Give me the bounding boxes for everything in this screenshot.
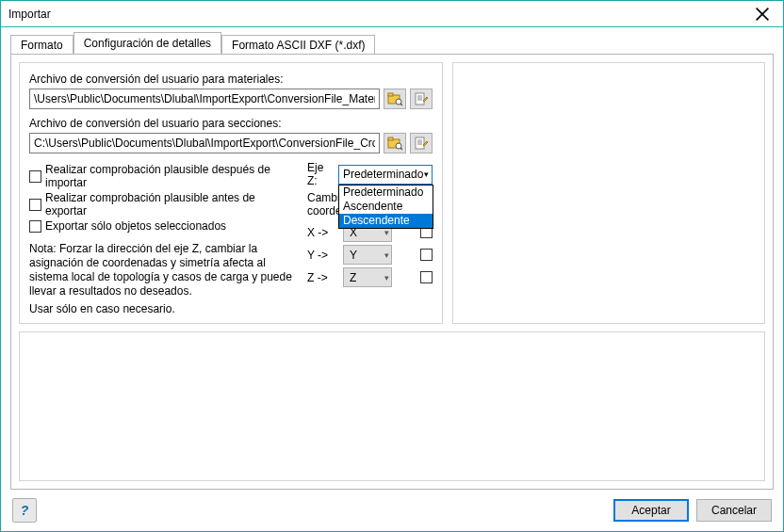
browse-icon: [387, 136, 402, 151]
svg-rect-3: [388, 93, 393, 96]
content-area: Formato Configuración de detalles Format…: [1, 27, 783, 490]
eje-z-row: Eje Z: Predeterminado ▾ Predeterminado A…: [307, 161, 433, 187]
svg-rect-15: [416, 137, 424, 149]
coord-z-value: Z: [350, 271, 356, 284]
svg-line-14: [400, 148, 402, 150]
coord-z-select[interactable]: Z ▾: [343, 267, 392, 287]
coord-y-value: Y: [350, 249, 357, 262]
check-before-export-checkbox[interactable]: [29, 199, 41, 211]
browse-icon: [387, 91, 402, 106]
tab-label: Formato ASCII DXF (*.dxf): [232, 39, 365, 52]
sections-path-input[interactable]: [29, 133, 380, 153]
check-after-import-label: Realizar comprobación plausible después …: [45, 163, 298, 189]
check-before-export-row[interactable]: Realizar comprobación plausible antes de…: [29, 191, 298, 218]
coord-x-label: X ->: [307, 226, 337, 239]
settings-group: Archivo de conversión del usuario para m…: [19, 62, 443, 324]
cancel-button[interactable]: Cancelar: [696, 499, 772, 522]
bottom-group: [19, 331, 765, 481]
materials-path-row: [29, 89, 433, 109]
right-column: Eje Z: Predeterminado ▾ Predeterminado A…: [298, 161, 433, 316]
chevron-down-icon: ▾: [384, 250, 389, 260]
ok-button[interactable]: Aceptar: [613, 499, 689, 522]
eje-z-select[interactable]: Predeterminado ▾ Predeterminado Ascenden…: [338, 165, 433, 185]
close-button[interactable]: [742, 1, 783, 26]
titlebar: Importar: [1, 1, 783, 27]
footer: ? Aceptar Cancelar: [1, 490, 783, 531]
cancel-label: Cancelar: [711, 504, 757, 517]
left-column: Realizar comprobación plausible después …: [29, 161, 298, 316]
tab-panel: Archivo de conversión del usuario para m…: [10, 54, 774, 490]
sections-edit-button[interactable]: [410, 133, 433, 153]
eje-z-dropdown: Predeterminado Ascendente Descendente: [338, 185, 433, 229]
chevron-down-icon: ▾: [423, 169, 430, 179]
check-before-export-label: Realizar comprobación plausible antes de…: [45, 191, 298, 218]
chevron-down-icon: ▾: [384, 273, 389, 282]
eje-z-value: Predeterminado: [343, 168, 423, 181]
export-selected-row[interactable]: Exportar sólo objetos seleccionados: [29, 219, 298, 233]
edit-icon: [414, 91, 429, 106]
force-z-note: Nota: Forzar la dirección del eje Z, cam…: [29, 242, 298, 298]
ok-label: Aceptar: [631, 504, 670, 517]
coord-z-label: Z ->: [307, 271, 337, 284]
tab-strip: Formato Configuración de detalles Format…: [10, 33, 774, 54]
sections-path-row: [29, 133, 433, 153]
check-after-import-row[interactable]: Realizar comprobación plausible después …: [29, 163, 298, 189]
top-row: Archivo de conversión del usuario para m…: [19, 62, 765, 324]
help-icon: ?: [21, 503, 29, 518]
import-dialog: Importar Formato Configuración de detall…: [0, 0, 784, 532]
chevron-down-icon: ▾: [384, 228, 389, 237]
sections-browse-button[interactable]: [384, 133, 406, 153]
coord-y-select[interactable]: Y ▾: [343, 245, 392, 265]
coord-z-mirror-checkbox[interactable]: [420, 271, 433, 283]
materials-path-input[interactable]: [29, 89, 380, 109]
preview-group: [452, 62, 765, 324]
edit-icon: [414, 136, 429, 151]
sections-conversion-label: Archivo de conversión del usuario para s…: [29, 117, 433, 130]
eje-z-option-predeterminado[interactable]: Predeterminado: [339, 185, 433, 200]
use-only-necessary-note: Usar sólo en caso necesario.: [29, 302, 298, 316]
coord-row-z: Z -> Z ▾: [307, 267, 433, 287]
tab-label: Configuración de detalles: [84, 37, 211, 50]
export-selected-label: Exportar sólo objetos seleccionados: [45, 219, 226, 233]
help-button[interactable]: ?: [12, 498, 37, 523]
close-icon: [755, 7, 770, 22]
tab-formato-ascii-dxf[interactable]: Formato ASCII DXF (*.dxf): [221, 35, 375, 55]
svg-rect-6: [416, 93, 424, 105]
materials-browse-button[interactable]: [384, 89, 406, 109]
tab-formato[interactable]: Formato: [10, 35, 74, 55]
materials-conversion-label: Archivo de conversión del usuario para m…: [29, 73, 433, 86]
window-title: Importar: [8, 8, 51, 21]
two-column-area: Realizar comprobación plausible después …: [29, 161, 433, 316]
materials-edit-button[interactable]: [410, 89, 433, 109]
check-after-import-checkbox[interactable]: [29, 170, 41, 183]
svg-line-5: [400, 104, 402, 105]
tab-configuracion-detalles[interactable]: Configuración de detalles: [74, 32, 221, 54]
eje-z-label: Eje Z:: [307, 161, 333, 187]
tab-label: Formato: [21, 39, 63, 52]
eje-z-option-descendente[interactable]: Descendente: [339, 214, 433, 228]
coord-row-y: Y -> Y ▾: [307, 245, 433, 265]
coord-y-mirror-checkbox[interactable]: [420, 249, 433, 261]
export-selected-checkbox[interactable]: [29, 220, 41, 233]
svg-rect-12: [388, 137, 393, 140]
coord-y-label: Y ->: [307, 249, 337, 262]
eje-z-option-ascendente[interactable]: Ascendente: [339, 200, 433, 214]
